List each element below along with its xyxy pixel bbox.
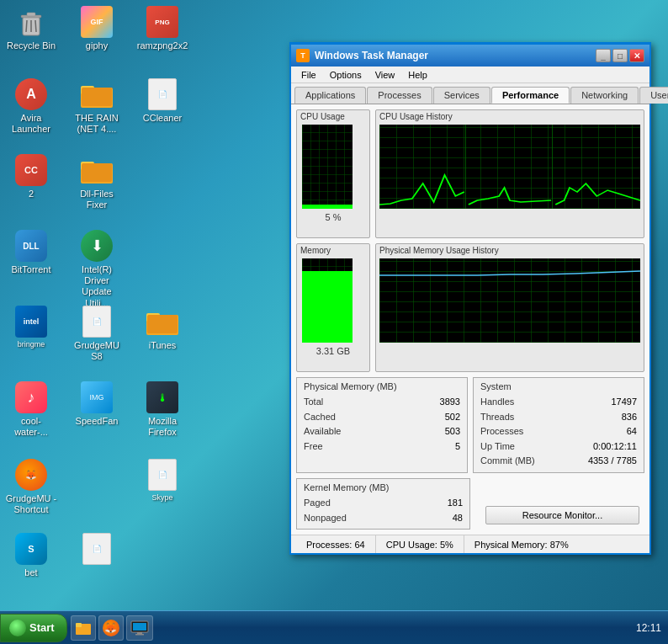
cpu-row: CPU Usage 5 % CPU Usage History: [296, 109, 644, 238]
cpu-history-graph: [379, 125, 640, 209]
paged-label: Paged: [304, 496, 331, 511]
menu-view[interactable]: View: [368, 68, 402, 82]
menu-help[interactable]: Help: [401, 68, 434, 82]
giphy-label: giphy: [86, 40, 108, 51]
dll-files-icon[interactable]: DLL BitTorrent: [2, 226, 61, 279]
tab-bar: Applications Processes Services Performa…: [291, 83, 649, 104]
kernel-memory-box: Kernel Memory (MB) Paged 181 Nonpaged 48: [296, 478, 470, 530]
cached-label: Cached: [304, 410, 336, 425]
system-box: System Handles 17497 Threads 836 Process…: [473, 377, 644, 473]
firefox-icon[interactable]: 🦊 GrudgeMU - Shortcut: [2, 455, 61, 519]
cpu-grid: [302, 125, 353, 209]
itunes-icon[interactable]: ♪ cool-water-...: [2, 377, 61, 441]
cpu-bar-container: [302, 125, 353, 209]
taskbar: Start 🦊 12:11: [0, 610, 668, 644]
firefox-label: GrudgeMU - Shortcut: [5, 493, 57, 515]
titlebar-icon: T: [296, 49, 310, 62]
available-value: 503: [445, 424, 460, 439]
available-row: Available 503: [304, 424, 460, 439]
physical-memory-title: Physical Memory (MB): [304, 381, 460, 391]
grudgemu-s8-label: iTunes: [149, 340, 177, 351]
taskbar-explorer-btn[interactable]: [71, 615, 96, 641]
tab-networking[interactable]: Networking: [570, 87, 639, 104]
recycle-bin-icon[interactable]: Recycle Bin: [2, 2, 61, 55]
total-row: Total 3893: [304, 395, 460, 410]
status-processes: Processes: 64: [296, 535, 376, 553]
handles-label: Handles: [480, 395, 514, 410]
system-tray: 12:11: [636, 622, 668, 634]
titlebar-title: Windows Task Manager: [315, 50, 596, 61]
monitor-icon: [130, 620, 149, 636]
tab-services[interactable]: Services: [433, 87, 490, 104]
svg-line-3: [26, 20, 27, 32]
svg-rect-2: [27, 13, 35, 16]
grudgemu-s8-icon[interactable]: iTunes: [133, 301, 192, 354]
speedfan-label: Mozilla Firefox: [136, 416, 188, 438]
start-orb: [9, 620, 26, 636]
mem-history-title: Physical Memory Usage History: [376, 244, 644, 257]
intel-driver-icon[interactable]: intel bringme: [2, 301, 61, 353]
titlebar[interactable]: T Windows Task Manager _ □ ✕: [291, 45, 649, 67]
bittorrent-icon[interactable]: ⬇ Intel(R) Driver Update Utili...: [67, 226, 126, 312]
grudgemu-shortcut-icon[interactable]: 📄 Skype: [133, 455, 192, 506]
bringme-label: GrudgeMU S8: [71, 340, 123, 362]
physical-memory-box: Physical Memory (MB) Total 3893 Cached 5…: [296, 377, 468, 473]
resource-monitor-button[interactable]: Resource Monitor...: [485, 506, 639, 524]
close-button[interactable]: ✕: [629, 49, 644, 62]
maximize-button[interactable]: □: [612, 49, 628, 62]
tab-processes[interactable]: Processes: [367, 87, 432, 104]
folder2-icon[interactable]: Dll-Files Fixer: [67, 150, 126, 214]
threads-row: Threads 836: [480, 410, 637, 425]
taskbar-monitor-btn[interactable]: [126, 615, 153, 641]
speedfan-icon[interactable]: 🌡 Mozilla Firefox: [133, 377, 192, 441]
commit-row: Commit (MB) 4353 / 7785: [480, 454, 637, 469]
cpu-usage-title: CPU Usage: [297, 110, 369, 123]
the-rain-icon[interactable]: THE RAIN (NET 4....: [67, 74, 126, 138]
giphy-icon[interactable]: GIF giphy: [67, 2, 126, 55]
memory-panel: Memory 3.31 GB: [296, 243, 370, 372]
resource-monitor-container: Resource Monitor...: [480, 478, 644, 530]
processes-value: 64: [627, 424, 637, 439]
clock: 12:11: [636, 622, 661, 634]
nonpaged-row: Nonpaged 48: [304, 511, 463, 526]
cool-water-icon[interactable]: IMG SpeedFan: [67, 377, 126, 430]
grudgemu-shortcut-label: Skype: [151, 493, 172, 503]
minimize-button[interactable]: _: [596, 49, 611, 62]
processes-label: Processes: [480, 424, 523, 439]
paged-value: 181: [448, 496, 463, 511]
taskbar-firefox-btn[interactable]: 🦊: [98, 615, 124, 641]
menu-file[interactable]: File: [294, 68, 323, 82]
svg-rect-14: [147, 315, 178, 333]
task-manager-window: T Windows Task Manager _ □ ✕ File Option…: [289, 42, 651, 555]
svg-rect-18: [133, 623, 146, 631]
status-memory: Physical Memory: 87%: [464, 535, 579, 553]
skype-label: bet: [24, 567, 37, 578]
cpu-usage-value: 5 %: [297, 212, 369, 222]
tab-users[interactable]: Users: [639, 87, 668, 104]
ccleaner-icon[interactable]: CC 2: [2, 150, 61, 203]
vip-label: CCleaner: [143, 113, 182, 124]
firefox-taskbar-icon: 🦊: [103, 620, 119, 636]
cached-value: 502: [445, 410, 460, 425]
cpu-history-svg: [379, 125, 640, 209]
uptime-value: 0:00:12:11: [593, 439, 637, 455]
bet-icon[interactable]: 📄: [67, 529, 126, 571]
ramzpng-icon[interactable]: PNG ramzpng2x2: [133, 2, 192, 55]
mem-history-svg: [379, 258, 640, 343]
cpu-history-panel: CPU Usage History: [375, 109, 644, 238]
commit-label: Commit (MB): [480, 454, 535, 469]
skype-icon[interactable]: S bet: [2, 529, 61, 582]
start-button[interactable]: Start: [0, 614, 67, 642]
avira-icon[interactable]: A Avira Launcher: [2, 74, 61, 138]
free-label: Free: [304, 439, 323, 455]
threads-value: 836: [622, 410, 637, 425]
paged-row: Paged 181: [304, 496, 463, 511]
bringme-icon[interactable]: 📄 GrudgeMU S8: [67, 301, 126, 365]
vip-icon[interactable]: 📄 CCleaner: [133, 74, 192, 127]
uptime-label: Up Time: [480, 439, 515, 455]
tab-applications[interactable]: Applications: [294, 87, 366, 104]
menu-options[interactable]: Options: [323, 68, 368, 82]
mem-history-panel: Physical Memory Usage History: [375, 243, 644, 372]
tab-performance[interactable]: Performance: [491, 87, 570, 104]
performance-content: CPU Usage 5 % CPU Usage History: [291, 104, 649, 535]
